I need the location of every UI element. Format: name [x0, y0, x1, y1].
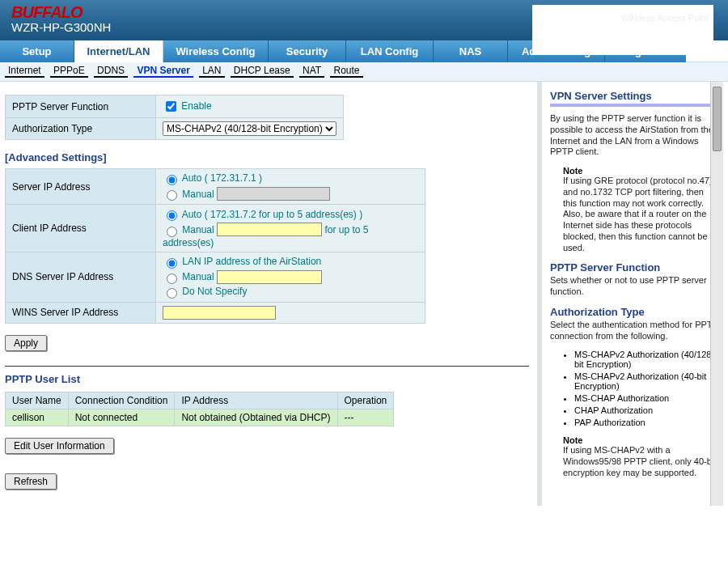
help-auth-text: Select the authentication method for PPT…: [550, 320, 718, 342]
dns-ip-label: DNS Server IP Address: [6, 252, 156, 302]
dns-manual-option[interactable]: Manual: [163, 271, 217, 282]
dns-none-text: Do Not Specify: [182, 286, 247, 297]
list-item: MS-CHAP Authorization: [574, 393, 718, 403]
client-ip-manual-radio[interactable]: [167, 227, 177, 237]
server-ip-manual-option[interactable]: Manual: [163, 189, 217, 200]
airstation-brand: AirStation: [540, 23, 709, 44]
pptp-function-label: PPTP Server Function: [6, 95, 156, 118]
list-item: MS-CHAPv2 Authorization (40-bit Encrypti…: [574, 371, 718, 391]
client-ip-auto-radio[interactable]: [167, 210, 177, 221]
subnav-nat[interactable]: NAT: [299, 65, 324, 78]
list-item: PAP Authorization: [574, 418, 718, 427]
server-ip-auto-option[interactable]: Auto ( 172.31.7.1 ): [163, 172, 262, 184]
dns-lanip-option[interactable]: LAN IP address of the AirStation: [163, 256, 321, 267]
list-item: MS-CHAPv2 Authorization (40/128-bit Encr…: [574, 350, 718, 369]
client-ip-auto-text: Auto ( 172.31.7.2 for up to 5 address(es…: [182, 209, 362, 220]
server-ip-label: Server IP Address: [6, 169, 156, 205]
note-text-1: If using GRE protocol (protocol no.47) a…: [563, 176, 718, 253]
server-ip-auto-text: Auto ( 172.31.7.1 ): [182, 172, 262, 184]
dns-none-radio[interactable]: [167, 288, 177, 299]
dns-manual-input[interactable]: [217, 270, 322, 284]
server-ip-auto-radio[interactable]: [167, 175, 177, 185]
subnav-lan[interactable]: LAN: [199, 65, 224, 78]
help-auth-heading: Authorization Type: [550, 306, 718, 318]
subnav-route[interactable]: Route: [330, 65, 362, 78]
client-ip-manual-option[interactable]: Manual: [163, 224, 217, 235]
scrollbar-thumb[interactable]: [713, 87, 722, 151]
content-body: PPTP Server Function Enable Authorizatio…: [0, 82, 728, 506]
pptp-user-list-heading: PPTP User List: [5, 373, 529, 385]
list-item: CHAP Authorization: [574, 405, 718, 415]
table-header-row: User Name Connection Condition IP Addres…: [6, 392, 394, 409]
subnav-internet[interactable]: Internet: [5, 65, 44, 78]
header-bar: BUFFALO WZR-HP-G300NH Wireless Access Po…: [0, 0, 728, 40]
help-panel: VPN Server Settings By using the PPTP se…: [542, 82, 723, 506]
basic-settings-table: PPTP Server Function Enable Authorizatio…: [5, 95, 344, 140]
sub-nav: Internet PPPoE DDNS VPN Server LAN DHCP …: [0, 62, 728, 82]
subnav-ddns[interactable]: DDNS: [94, 65, 128, 78]
help-title-bar: [550, 104, 718, 107]
auth-type-select[interactable]: MS-CHAPv2 (40/128-bit Encryption): [163, 121, 336, 136]
auth-type-label: Authorization Type: [6, 118, 156, 140]
subnav-vpn-server[interactable]: VPN Server: [133, 65, 193, 78]
cell-ip: Not obtained (Obtained via DHCP): [175, 409, 337, 426]
col-op: Operation: [337, 392, 394, 409]
subnav-dhcp-lease[interactable]: DHCP Lease: [231, 65, 294, 78]
tagline: Wireless Access Point: [540, 13, 709, 23]
wins-ip-input[interactable]: [163, 306, 276, 320]
enable-text: Enable: [181, 100, 211, 112]
enable-checkbox-label[interactable]: Enable: [163, 100, 212, 112]
note-text-2: If using MS-CHAPv2 with a Windows95/98 P…: [563, 445, 718, 478]
server-ip-manual-input[interactable]: [217, 187, 330, 201]
nav-security[interactable]: Security: [269, 40, 346, 62]
client-ip-auto-option[interactable]: Auto ( 172.31.7.2 for up to 5 address(es…: [163, 209, 362, 220]
nav-nas[interactable]: NAS: [434, 40, 508, 62]
server-ip-manual-text: Manual: [182, 189, 214, 200]
advanced-settings-table: Server IP Address Auto ( 172.31.7.1 ) Ma…: [5, 168, 425, 324]
note-heading-1: Note: [563, 166, 718, 176]
server-ip-manual-radio[interactable]: [167, 190, 177, 201]
dns-manual-radio[interactable]: [167, 274, 177, 284]
divider: [5, 366, 529, 367]
cell-conn: Not connected: [68, 409, 175, 426]
client-ip-manual-input[interactable]: [217, 223, 322, 236]
refresh-button[interactable]: Refresh: [5, 473, 57, 490]
dns-lanip-text: LAN IP address of the AirStation: [182, 256, 321, 267]
table-row: cellison Not connected Not obtained (Obt…: [6, 409, 394, 426]
nav-setup[interactable]: Setup: [0, 40, 74, 62]
nav-wireless-config[interactable]: Wireless Config: [163, 40, 269, 62]
header-right: Wireless Access Point AirStation: [532, 5, 713, 55]
wins-ip-label: WINS Server IP Address: [6, 302, 156, 323]
subnav-pppoe[interactable]: PPPoE: [50, 65, 88, 78]
help-pptp-text: Sets whether or not to use PPTP server f…: [550, 275, 718, 298]
col-ip: IP Address: [175, 392, 337, 409]
client-ip-label: Client IP Address: [6, 205, 156, 252]
advanced-heading: [Advanced Settings]: [5, 151, 529, 163]
dns-manual-text: Manual: [182, 271, 214, 282]
dns-none-option[interactable]: Do Not Specify: [163, 286, 247, 297]
col-conn: Connection Condition: [68, 392, 175, 409]
cell-op: ---: [337, 409, 394, 426]
pptp-user-list-table: User Name Connection Condition IP Addres…: [5, 392, 394, 426]
nav-internet-lan[interactable]: Internet/LAN: [74, 40, 163, 62]
help-scrollbar[interactable]: [710, 82, 723, 506]
help-pptp-heading: PPTP Server Function: [550, 261, 718, 274]
edit-user-button[interactable]: Edit User Information: [5, 438, 114, 454]
nav-lan-config[interactable]: LAN Config: [346, 40, 434, 62]
apply-button[interactable]: Apply: [5, 335, 47, 351]
cell-username: cellison: [6, 409, 69, 426]
help-intro: By using the PPTP server function it is …: [550, 113, 718, 158]
help-title: VPN Server Settings: [550, 90, 718, 102]
note-heading-2: Note: [563, 435, 718, 445]
main-panel: PPTP Server Function Enable Authorizatio…: [0, 82, 537, 506]
col-username: User Name: [6, 392, 69, 409]
client-ip-manual-text: Manual: [182, 224, 214, 235]
enable-checkbox[interactable]: [166, 101, 176, 112]
auth-methods-list: MS-CHAPv2 Authorization (40/128-bit Encr…: [574, 350, 718, 427]
dns-lanip-radio[interactable]: [167, 258, 177, 269]
